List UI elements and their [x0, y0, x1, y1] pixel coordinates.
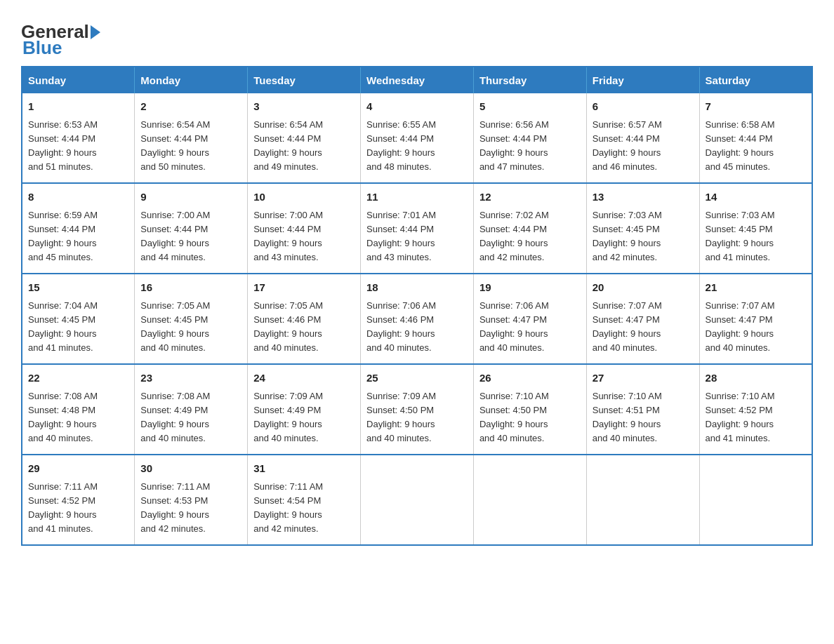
logo-arrow-icon [91, 25, 100, 39]
day-number: 26 [479, 370, 581, 387]
day-number: 31 [253, 461, 355, 477]
calendar-cell: 31 Sunrise: 7:11 AMSunset: 4:54 PMDaylig… [248, 455, 361, 545]
calendar-cell: 9 Sunrise: 7:00 AMSunset: 4:44 PMDayligh… [135, 183, 248, 274]
day-number: 19 [479, 280, 581, 296]
day-number: 24 [253, 370, 355, 387]
calendar-cell: 12 Sunrise: 7:02 AMSunset: 4:44 PMDaylig… [473, 183, 586, 274]
day-header-wednesday: Wednesday [361, 67, 474, 93]
day-info: Sunrise: 7:08 AMSunset: 4:49 PMDaylight:… [140, 391, 210, 443]
day-info: Sunrise: 7:06 AMSunset: 4:47 PMDaylight:… [479, 300, 549, 353]
calendar-cell: 29 Sunrise: 7:11 AMSunset: 4:52 PMDaylig… [22, 455, 135, 545]
day-number: 9 [140, 189, 241, 206]
calendar-cell: 14 Sunrise: 7:03 AMSunset: 4:45 PMDaylig… [699, 183, 812, 274]
day-number: 8 [28, 189, 128, 206]
day-number: 30 [140, 461, 241, 477]
day-number: 11 [366, 189, 468, 206]
day-info: Sunrise: 6:59 AMSunset: 4:44 PMDaylight:… [28, 210, 98, 262]
day-number: 29 [28, 461, 128, 477]
day-number: 18 [366, 280, 468, 296]
calendar-cell: 30 Sunrise: 7:11 AMSunset: 4:53 PMDaylig… [135, 455, 248, 545]
day-number: 28 [706, 370, 806, 387]
calendar-cell: 26 Sunrise: 7:10 AMSunset: 4:50 PMDaylig… [473, 364, 586, 455]
calendar-cell: 27 Sunrise: 7:10 AMSunset: 4:51 PMDaylig… [586, 364, 699, 455]
day-info: Sunrise: 7:02 AMSunset: 4:44 PMDaylight:… [479, 210, 549, 262]
day-number: 14 [706, 189, 806, 206]
calendar-cell: 8 Sunrise: 6:59 AMSunset: 4:44 PMDayligh… [22, 183, 135, 274]
day-info: Sunrise: 7:10 AMSunset: 4:50 PMDaylight:… [479, 391, 549, 443]
calendar-cell: 22 Sunrise: 7:08 AMSunset: 4:48 PMDaylig… [22, 364, 135, 455]
day-headers-row: SundayMondayTuesdayWednesdayThursdayFrid… [22, 67, 812, 93]
calendar-cell: 10 Sunrise: 7:00 AMSunset: 4:44 PMDaylig… [248, 183, 361, 274]
day-info: Sunrise: 7:01 AMSunset: 4:44 PMDaylight:… [366, 210, 436, 262]
week-row-3: 15 Sunrise: 7:04 AMSunset: 4:45 PMDaylig… [22, 274, 812, 364]
day-number: 1 [28, 99, 128, 115]
day-info: Sunrise: 7:08 AMSunset: 4:48 PMDaylight:… [28, 391, 98, 443]
day-number: 3 [253, 99, 355, 115]
day-info: Sunrise: 7:07 AMSunset: 4:47 PMDaylight:… [593, 300, 662, 353]
day-number: 16 [140, 280, 241, 296]
day-number: 12 [479, 189, 581, 206]
calendar-cell: 28 Sunrise: 7:10 AMSunset: 4:52 PMDaylig… [699, 364, 812, 455]
week-row-4: 22 Sunrise: 7:08 AMSunset: 4:48 PMDaylig… [22, 364, 812, 455]
day-info: Sunrise: 6:56 AMSunset: 4:44 PMDaylight:… [479, 119, 549, 172]
day-number: 10 [253, 189, 355, 206]
calendar-cell: 25 Sunrise: 7:09 AMSunset: 4:50 PMDaylig… [361, 364, 474, 455]
calendar-cell: 1 Sunrise: 6:53 AMSunset: 4:44 PMDayligh… [22, 93, 135, 183]
day-info: Sunrise: 7:10 AMSunset: 4:52 PMDaylight:… [706, 391, 775, 443]
day-info: Sunrise: 7:05 AMSunset: 4:46 PMDaylight:… [253, 300, 323, 353]
calendar-cell: 11 Sunrise: 7:01 AMSunset: 4:44 PMDaylig… [361, 183, 474, 274]
calendar-cell: 6 Sunrise: 6:57 AMSunset: 4:44 PMDayligh… [586, 93, 699, 183]
day-info: Sunrise: 7:11 AMSunset: 4:52 PMDaylight:… [28, 481, 98, 534]
day-info: Sunrise: 7:11 AMSunset: 4:54 PMDaylight:… [253, 481, 323, 534]
calendar-table: SundayMondayTuesdayWednesdayThursdayFrid… [21, 66, 813, 546]
calendar-cell: 24 Sunrise: 7:09 AMSunset: 4:49 PMDaylig… [248, 364, 361, 455]
day-info: Sunrise: 6:55 AMSunset: 4:44 PMDaylight:… [366, 119, 436, 172]
day-header-monday: Monday [135, 67, 248, 93]
day-info: Sunrise: 7:00 AMSunset: 4:44 PMDaylight:… [140, 210, 210, 262]
day-info: Sunrise: 7:03 AMSunset: 4:45 PMDaylight:… [593, 210, 662, 262]
day-number: 27 [593, 370, 694, 387]
calendar-cell: 19 Sunrise: 7:06 AMSunset: 4:47 PMDaylig… [473, 274, 586, 364]
day-info: Sunrise: 7:09 AMSunset: 4:49 PMDaylight:… [253, 391, 323, 443]
day-number: 20 [593, 280, 694, 296]
day-info: Sunrise: 7:10 AMSunset: 4:51 PMDaylight:… [593, 391, 662, 443]
logo-blue-text: Blue [21, 37, 62, 59]
calendar-cell: 13 Sunrise: 7:03 AMSunset: 4:45 PMDaylig… [586, 183, 699, 274]
day-number: 4 [366, 99, 468, 115]
day-number: 13 [593, 189, 694, 206]
day-info: Sunrise: 6:54 AMSunset: 4:44 PMDaylight:… [140, 119, 210, 172]
day-info: Sunrise: 7:06 AMSunset: 4:46 PMDaylight:… [366, 300, 436, 353]
day-number: 21 [706, 280, 806, 296]
week-row-1: 1 Sunrise: 6:53 AMSunset: 4:44 PMDayligh… [22, 93, 812, 183]
day-info: Sunrise: 7:00 AMSunset: 4:44 PMDaylight:… [253, 210, 323, 262]
calendar-cell: 21 Sunrise: 7:07 AMSunset: 4:47 PMDaylig… [699, 274, 812, 364]
page-header: General Blue [21, 14, 813, 59]
calendar-cell [473, 455, 586, 545]
week-row-5: 29 Sunrise: 7:11 AMSunset: 4:52 PMDaylig… [22, 455, 812, 545]
calendar-cell: 23 Sunrise: 7:08 AMSunset: 4:49 PMDaylig… [135, 364, 248, 455]
calendar-cell [586, 455, 699, 545]
day-info: Sunrise: 6:54 AMSunset: 4:44 PMDaylight:… [253, 119, 323, 172]
day-info: Sunrise: 7:11 AMSunset: 4:53 PMDaylight:… [140, 481, 210, 534]
calendar-cell: 3 Sunrise: 6:54 AMSunset: 4:44 PMDayligh… [248, 93, 361, 183]
day-info: Sunrise: 6:57 AMSunset: 4:44 PMDaylight:… [593, 119, 662, 172]
day-number: 22 [28, 370, 128, 387]
calendar-cell: 5 Sunrise: 6:56 AMSunset: 4:44 PMDayligh… [473, 93, 586, 183]
calendar-cell [699, 455, 812, 545]
day-header-tuesday: Tuesday [248, 67, 361, 93]
week-row-2: 8 Sunrise: 6:59 AMSunset: 4:44 PMDayligh… [22, 183, 812, 274]
day-number: 15 [28, 280, 128, 296]
calendar-cell: 15 Sunrise: 7:04 AMSunset: 4:45 PMDaylig… [22, 274, 135, 364]
day-info: Sunrise: 7:05 AMSunset: 4:45 PMDaylight:… [140, 300, 210, 353]
day-header-saturday: Saturday [699, 67, 812, 93]
day-header-friday: Friday [586, 67, 699, 93]
calendar-cell: 7 Sunrise: 6:58 AMSunset: 4:44 PMDayligh… [699, 93, 812, 183]
day-number: 17 [253, 280, 355, 296]
logo: General Blue [21, 14, 100, 59]
day-header-sunday: Sunday [22, 67, 135, 93]
day-info: Sunrise: 6:53 AMSunset: 4:44 PMDaylight:… [28, 119, 98, 172]
calendar-cell: 18 Sunrise: 7:06 AMSunset: 4:46 PMDaylig… [361, 274, 474, 364]
calendar-cell [361, 455, 474, 545]
day-number: 2 [140, 99, 241, 115]
day-number: 23 [140, 370, 241, 387]
